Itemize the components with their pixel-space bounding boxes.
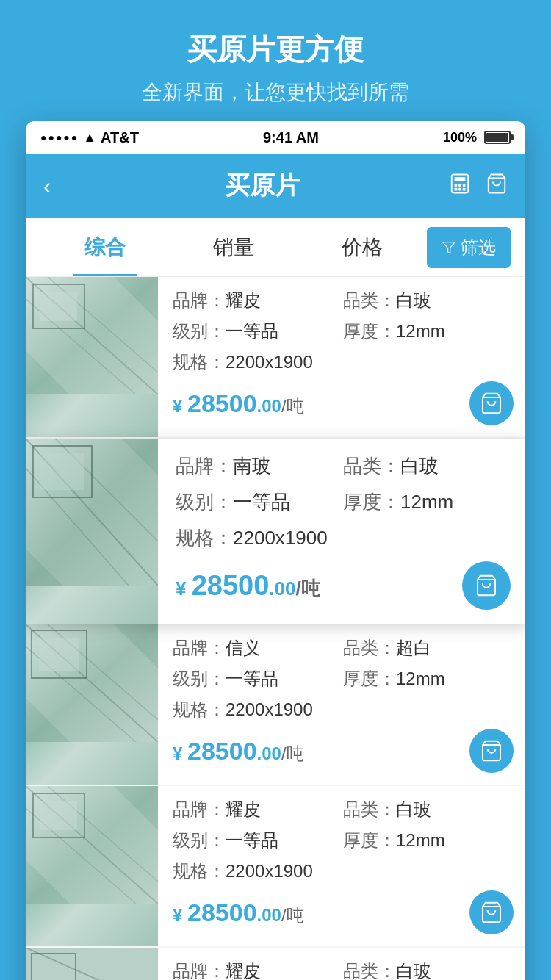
brand-spec: 品牌：南玻 bbox=[176, 453, 343, 479]
svg-rect-2 bbox=[455, 184, 458, 187]
grade-spec: 级别：一等品 bbox=[173, 320, 343, 343]
svg-rect-43 bbox=[26, 948, 158, 980]
filter-button[interactable]: 筛选 bbox=[427, 227, 511, 268]
category-spec: 品类：白玻 bbox=[343, 798, 514, 821]
thickness-spec: 厚度：12mm bbox=[343, 829, 514, 852]
product-image bbox=[26, 948, 158, 980]
price-row: ¥ 28500.00/吨 bbox=[173, 890, 514, 934]
app-title: 买原片更方便 bbox=[0, 29, 551, 70]
product-image bbox=[26, 439, 158, 624]
sort-tab-comprehensive[interactable]: 综合 bbox=[40, 218, 169, 276]
grade-spec: 级别：一等品 bbox=[176, 489, 343, 515]
grade-spec: 级别：一等品 bbox=[173, 829, 343, 852]
carrier-label: AT&T bbox=[101, 129, 139, 146]
product-image bbox=[26, 624, 158, 785]
svg-rect-5 bbox=[455, 187, 458, 190]
sort-tab-price[interactable]: 价格 bbox=[298, 218, 427, 276]
list-item[interactable]: 品牌：耀皮 品类：白玻 bbox=[26, 948, 525, 980]
product-list: 品牌：耀皮 品类：白玻 级别：一等品 厚度：12mm 规格：2200x1900 bbox=[26, 277, 525, 980]
thickness-spec: 厚度：12mm bbox=[343, 320, 514, 343]
product-price: ¥ 28500.00/吨 bbox=[176, 570, 320, 602]
sort-tab-sales[interactable]: 销量 bbox=[169, 218, 298, 276]
add-to-cart-button[interactable] bbox=[469, 729, 514, 773]
size-spec: 规格：2200x1900 bbox=[176, 525, 511, 551]
svg-rect-1 bbox=[455, 177, 466, 181]
svg-marker-9 bbox=[443, 242, 455, 253]
category-spec: 品类：白玻 bbox=[343, 289, 514, 312]
product-info: 品牌：南玻 品类：白玻 级别：一等品 厚度：12mm 规格：2200x1900 bbox=[158, 439, 525, 624]
svg-rect-17 bbox=[40, 292, 77, 321]
product-price: ¥ 28500.00/吨 bbox=[173, 389, 304, 418]
sort-tabs: 综合 销量 价格 筛选 bbox=[26, 218, 525, 277]
price-row: ¥ 28500.00/吨 bbox=[176, 561, 511, 610]
product-info: 品牌：信义 品类：超白 级别：一等品 厚度：12mm 规格：2200x1900 bbox=[158, 624, 525, 785]
grade-spec: 级别：一等品 bbox=[173, 667, 343, 691]
svg-rect-33 bbox=[39, 638, 79, 671]
list-item[interactable]: 品牌：南玻 品类：白玻 级别：一等品 厚度：12mm 规格：2200x1900 bbox=[26, 439, 525, 624]
product-price: ¥ 28500.00/吨 bbox=[173, 737, 304, 765]
price-row: ¥ 28500.00/吨 bbox=[173, 729, 514, 773]
svg-rect-6 bbox=[458, 187, 461, 190]
svg-rect-7 bbox=[463, 187, 466, 190]
product-specs: 品牌：南玻 品类：白玻 级别：一等品 厚度：12mm bbox=[176, 453, 511, 515]
product-specs: 品牌：耀皮 品类：白玻 级别：一等品 厚度：12mm bbox=[173, 289, 514, 343]
add-to-cart-button[interactable] bbox=[469, 381, 514, 425]
list-item[interactable]: 品牌：耀皮 品类：白玻 级别：一等品 厚度：12mm 规格：2200x1900 bbox=[26, 277, 525, 437]
cart-icon[interactable] bbox=[486, 173, 508, 200]
status-right: 100% bbox=[443, 130, 511, 145]
thickness-spec: 厚度：12mm bbox=[343, 667, 514, 691]
size-spec: 规格：2200x1900 bbox=[173, 698, 514, 721]
status-bar: ●●●●● ▲ AT&T 9:41 AM 100% bbox=[26, 121, 525, 154]
status-time: 9:41 AM bbox=[263, 129, 319, 146]
phone-frame: ●●●●● ▲ AT&T 9:41 AM 100% ‹ 买原片 bbox=[26, 121, 525, 980]
product-image bbox=[26, 786, 158, 946]
size-spec: 规格：2200x1900 bbox=[173, 350, 514, 374]
brand-spec: 品牌：信义 bbox=[173, 636, 343, 660]
brand-spec: 品牌：耀皮 bbox=[173, 289, 343, 312]
category-spec: 品类：白玻 bbox=[343, 453, 511, 479]
wifi-icon: ▲ bbox=[83, 130, 96, 145]
category-spec: 品类：超白 bbox=[343, 636, 514, 660]
svg-rect-25 bbox=[40, 453, 84, 490]
thickness-spec: 厚度：12mm bbox=[343, 489, 511, 515]
nav-bar: ‹ 买原片 bbox=[26, 154, 525, 218]
svg-rect-41 bbox=[40, 801, 77, 830]
nav-icons bbox=[449, 173, 508, 200]
battery-percent: 100% bbox=[443, 130, 477, 145]
add-to-cart-button[interactable] bbox=[469, 890, 514, 934]
size-spec: 规格：2200x1900 bbox=[173, 860, 514, 883]
app-header: 买原片更方便 全新界面，让您更快找到所需 bbox=[0, 0, 551, 121]
price-row: ¥ 28500.00/吨 bbox=[173, 381, 514, 425]
back-button[interactable]: ‹ bbox=[43, 173, 76, 200]
add-to-cart-button[interactable] bbox=[462, 561, 511, 610]
product-info: 品牌：耀皮 品类：白玻 级别：一等品 厚度：12mm 规格：2200x1900 bbox=[158, 786, 525, 946]
calculator-icon[interactable] bbox=[449, 173, 471, 200]
product-price: ¥ 28500.00/吨 bbox=[173, 898, 304, 927]
product-info: 品牌：耀皮 品类：白玻 级别：一等品 厚度：12mm 规格：2200x1900 bbox=[158, 277, 525, 437]
product-image bbox=[26, 277, 158, 437]
product-specs: 品牌：耀皮 品类：白玻 级别：一等品 厚度：12mm bbox=[173, 798, 514, 852]
brand-spec: 品牌：耀皮 bbox=[173, 798, 343, 821]
status-left: ●●●●● ▲ AT&T bbox=[40, 129, 139, 146]
product-info: 品牌：耀皮 品类：白玻 bbox=[158, 948, 525, 980]
app-subtitle: 全新界面，让您更快找到所需 bbox=[0, 79, 551, 107]
svg-rect-4 bbox=[463, 184, 466, 187]
battery-icon bbox=[484, 131, 511, 144]
product-specs: 品牌：信义 品类：超白 级别：一等品 厚度：12mm bbox=[173, 636, 514, 691]
signal-dots: ●●●●● bbox=[40, 131, 79, 143]
list-item[interactable]: 品牌：信义 品类：超白 级别：一等品 厚度：12mm 规格：2200x1900 bbox=[26, 624, 525, 785]
nav-title: 买原片 bbox=[225, 169, 300, 203]
list-item[interactable]: 品牌：耀皮 品类：白玻 级别：一等品 厚度：12mm 规格：2200x1900 bbox=[26, 786, 525, 946]
svg-rect-3 bbox=[458, 184, 461, 187]
